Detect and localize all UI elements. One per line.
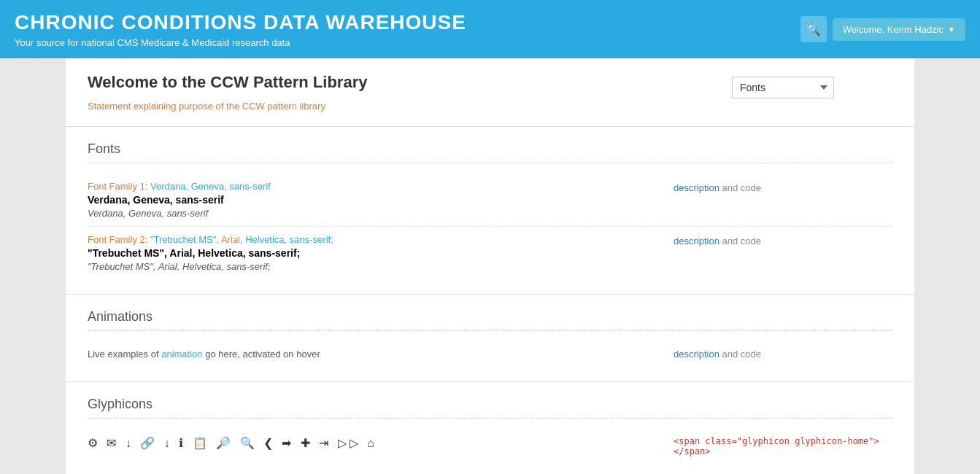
- anim-text-animation: animation: [161, 349, 202, 360]
- font1-desc-and: and code: [722, 182, 762, 193]
- animations-description: description and code: [674, 349, 892, 360]
- font2-desc-link-text: description: [674, 236, 719, 246]
- font1-description: description and code: [674, 181, 892, 193]
- anim-desc-and: and code: [722, 349, 762, 360]
- font1-italic-sample: Verdana, Geneva, sans-serif: [88, 208, 652, 219]
- left-sidebar: [0, 58, 66, 474]
- site-header: Chronic Conditions Data Warehouse Your s…: [0, 0, 980, 58]
- user-menu-button[interactable]: Welcome, Kerim Hadzic ▼: [833, 18, 965, 41]
- search-button[interactable]: 🔍: [800, 16, 827, 42]
- glyphicons-section: Glyphicons ⚙ ✉ ↓ 🔗 ↓ ℹ 📋 🔎 🔍 ❮ ➡ ✚ ⇥ ▷▷ …: [66, 382, 914, 474]
- intro-section: Welcome to the CCW Pattern Library State…: [66, 58, 914, 127]
- glyph-code-text: <span class="glyphicon glyphicon-home"><…: [674, 436, 879, 456]
- glyphicons-row: ⚙ ✉ ↓ 🔗 ↓ ℹ 📋 🔎 🔍 ❮ ➡ ✚ ⇥ ▷▷ ⌂ <span cla…: [88, 429, 892, 464]
- user-label: Welcome, Kerim Hadzic: [843, 24, 944, 35]
- font2-description: description and code: [674, 234, 892, 246]
- site-title: Chronic Conditions Data Warehouse: [15, 11, 466, 34]
- right-panel: [914, 58, 980, 474]
- font2-bold-sample: "Trebuchet MS", Arial, Helvetica, sans-s…: [88, 247, 652, 259]
- search-icon: 🔍: [806, 23, 821, 36]
- font1-bold-sample: Verdana, Geneva, sans-serif: [88, 194, 652, 206]
- animations-text: Live examples of animation go here, acti…: [88, 349, 674, 360]
- glyphicons-heading: Glyphicons: [88, 397, 892, 419]
- font-family-1-label: Font Family 1: Verdana, Geneva, sans-ser…: [88, 181, 652, 192]
- glyphicons-code: <span class="glyphicon glyphicon-home"><…: [674, 436, 892, 456]
- fonts-section: Fonts Font Family 1: Verdana, Geneva, sa…: [66, 127, 914, 295]
- anim-text-rest: go here, activated on hover: [203, 349, 320, 360]
- page-subtitle: Statement explaining purpose of the CCW …: [88, 101, 710, 112]
- font1-desc-link-text: description: [674, 182, 719, 193]
- font2-desc-and: and code: [722, 236, 762, 246]
- font1-prefix: Font Family 1:: [88, 181, 150, 192]
- font-family-2-row: Font Family 2: "Trebuchet MS", Arial, He…: [88, 227, 892, 279]
- animations-heading: Animations: [88, 309, 892, 331]
- font1-value: Verdana, Geneva, sans-serif: [150, 181, 271, 192]
- animations-row: Live examples of animation go here, acti…: [88, 341, 892, 367]
- font-family-2-label: Font Family 2: "Trebuchet MS", Arial, He…: [88, 234, 652, 245]
- header-branding: Chronic Conditions Data Warehouse Your s…: [15, 11, 466, 48]
- intro-left: Welcome to the CCW Pattern Library State…: [88, 73, 732, 112]
- font2-value: "Trebuchet MS", Arial, Helvetica, sans-s…: [150, 234, 333, 245]
- font-family-1-row: Font Family 1: Verdana, Geneva, sans-ser…: [88, 174, 892, 227]
- animations-section: Animations Live examples of animation go…: [66, 295, 914, 382]
- font-family-1-left: Font Family 1: Verdana, Geneva, sans-ser…: [88, 181, 674, 219]
- font-family-2-left: Font Family 2: "Trebuchet MS", Arial, He…: [88, 234, 674, 272]
- chevron-down-icon: ▼: [948, 26, 955, 34]
- site-subtitle: Your source for national CMS Medicare & …: [15, 37, 466, 48]
- intro-right: Fonts Animations Glyphicons: [732, 73, 892, 112]
- anim-text-live: Live examples of: [88, 349, 161, 360]
- page-title: Welcome to the CCW Pattern Library: [88, 73, 710, 92]
- section-select[interactable]: Fonts Animations Glyphicons: [732, 77, 834, 98]
- font2-italic-sample: "Trebuchet MS", Arial, Helvetica, sans-s…: [88, 261, 652, 272]
- header-actions: 🔍 Welcome, Kerim Hadzic ▼: [800, 16, 965, 42]
- main-content: Welcome to the CCW Pattern Library State…: [66, 58, 914, 474]
- font2-prefix: Font Family 2:: [88, 234, 150, 245]
- glyphicons-icons: ⚙ ✉ ↓ 🔗 ↓ ℹ 📋 🔎 🔍 ❮ ➡ ✚ ⇥ ▷▷ ⌂: [88, 436, 674, 450]
- fonts-heading: Fonts: [88, 141, 892, 163]
- anim-desc-link: description: [674, 349, 719, 360]
